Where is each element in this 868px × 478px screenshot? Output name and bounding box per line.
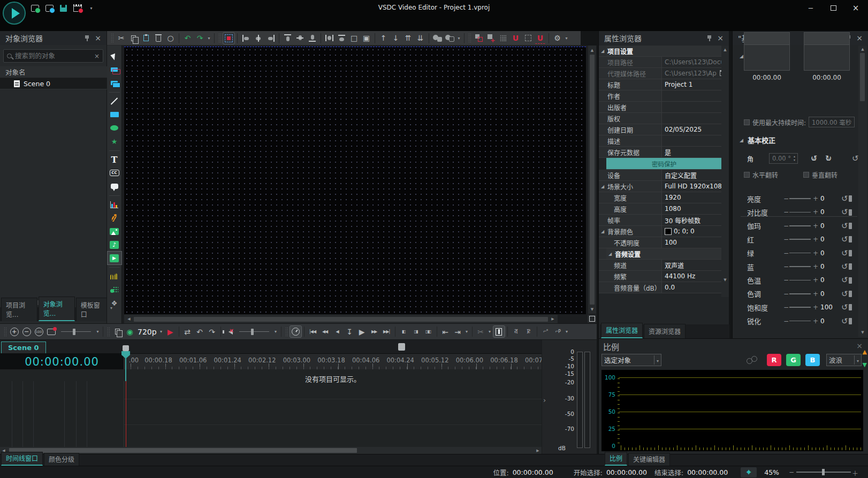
toolbar-handle[interactable] bbox=[4, 327, 6, 337]
preview-zoom-in-icon[interactable]: + bbox=[9, 326, 20, 337]
slider-increase-icon[interactable]: + bbox=[813, 304, 818, 311]
slider-track[interactable] bbox=[789, 321, 811, 322]
flip-vertical-checkbox[interactable] bbox=[803, 172, 809, 178]
search-input[interactable] bbox=[15, 52, 91, 60]
insert-before-icon[interactable]: Ƨ[ bbox=[511, 326, 522, 337]
fit-timeline-button[interactable] bbox=[741, 467, 757, 477]
property-value[interactable] bbox=[662, 90, 722, 101]
paste-icon[interactable] bbox=[140, 33, 151, 44]
detach-preview-icon[interactable] bbox=[112, 326, 123, 337]
send-to-back-icon[interactable]: ⇊ bbox=[415, 33, 426, 44]
align-center-icon[interactable] bbox=[253, 33, 264, 44]
scroll-down-icon[interactable]: ▼ bbox=[721, 277, 729, 283]
align-right-icon[interactable] bbox=[265, 33, 276, 44]
row-expander[interactable]: ◢ bbox=[599, 45, 606, 56]
deselect-icon[interactable]: ○ bbox=[165, 33, 176, 44]
property-row-音频设置[interactable]: ◢音频设置 bbox=[599, 248, 722, 260]
property-value[interactable]: 1920 bbox=[662, 192, 722, 203]
reset-icon[interactable] bbox=[841, 207, 852, 217]
clear-search-icon[interactable]: × bbox=[94, 52, 100, 60]
toolbar-handle[interactable] bbox=[218, 33, 221, 43]
rectangle-tool[interactable] bbox=[108, 108, 121, 121]
timeline-horizontal-scrollbar[interactable]: ◀ ▶ bbox=[0, 447, 542, 454]
property-row-频道[interactable]: 频道双声道 bbox=[599, 260, 722, 271]
slider-decrease-icon[interactable]: − bbox=[783, 236, 789, 243]
slider-decrease-icon[interactable]: − bbox=[783, 304, 789, 311]
slider-increase-icon[interactable]: + bbox=[813, 236, 818, 243]
close-panel-icon[interactable] bbox=[856, 342, 863, 350]
scroll-right-icon[interactable]: ▶ bbox=[534, 447, 542, 454]
timeline-zoom-slider[interactable]: − ＋ bbox=[789, 468, 858, 476]
slider-track[interactable] bbox=[789, 307, 811, 308]
reset-icon[interactable] bbox=[841, 221, 852, 231]
property-value[interactable]: 02/05/2025 bbox=[662, 124, 722, 135]
volume-slider[interactable] bbox=[239, 328, 269, 336]
property-row-设备[interactable]: 设备自定义配置 bbox=[599, 170, 722, 181]
tab-比例[interactable]: 比例 bbox=[605, 452, 627, 466]
cut-out-icon[interactable]: ✂ bbox=[475, 326, 486, 337]
channel-circles-icon[interactable] bbox=[747, 356, 760, 365]
cut-out-caret-icon[interactable]: ▾ bbox=[488, 326, 492, 337]
scene-tab[interactable]: Scene 0 bbox=[1, 342, 46, 353]
property-row-音频音量（dB）[interactable]: 音频音量（dB）0.0 bbox=[599, 282, 722, 293]
slider-increase-icon[interactable]: + bbox=[813, 317, 818, 325]
bring-to-front-icon[interactable]: ⇈ bbox=[402, 33, 414, 44]
toolbar-settings-icon[interactable]: ⚙ bbox=[552, 33, 563, 44]
property-row-创建日期[interactable]: 创建日期02/05/2025 bbox=[599, 124, 722, 135]
property-value[interactable] bbox=[662, 135, 722, 146]
close-panel-icon[interactable] bbox=[856, 34, 863, 42]
preview-zoom-out-icon[interactable]: − bbox=[21, 326, 32, 337]
marker-caret-icon[interactable]: ▾ bbox=[565, 326, 569, 337]
preview-zoom-100-icon[interactable]: 100 bbox=[33, 326, 44, 337]
properties-scrollbar[interactable]: ▲ ▼ bbox=[721, 45, 729, 297]
tab-关键编辑器[interactable]: 关键编辑器 bbox=[628, 453, 670, 466]
maximize-button[interactable] bbox=[825, 2, 841, 14]
add-sprite-tool[interactable] bbox=[108, 77, 121, 89]
group-icon[interactable] bbox=[432, 33, 443, 44]
preview-zoom-slider[interactable] bbox=[61, 328, 91, 336]
redo-icon[interactable]: ↷ bbox=[194, 33, 205, 44]
scroll-down-icon[interactable]: ▼ bbox=[859, 329, 866, 336]
split-remove-right-icon[interactable]: ▯▮▯ bbox=[423, 326, 434, 337]
zoom-out-icon[interactable]: − bbox=[789, 468, 794, 476]
fit-scene-icon[interactable] bbox=[588, 315, 596, 323]
tab-项目浏览...[interactable]: 项目浏览... bbox=[1, 298, 37, 321]
slider-increase-icon[interactable]: + bbox=[813, 290, 818, 298]
go-to-end-icon[interactable]: ▶▶| bbox=[381, 326, 392, 337]
text-tool[interactable]: T bbox=[108, 153, 121, 166]
group-options-icon[interactable]: ▾ bbox=[456, 33, 461, 44]
property-row-帧率[interactable]: 帧率30 每秒帧数 bbox=[599, 215, 722, 226]
object-name-column-header[interactable]: 对象名 bbox=[0, 66, 107, 78]
row-expander[interactable]: ◢ bbox=[599, 181, 606, 192]
cursor-tool[interactable] bbox=[108, 50, 121, 63]
property-row-版权[interactable]: 版权 bbox=[599, 113, 722, 124]
line-tool[interactable] bbox=[108, 95, 121, 108]
fit-to-scene-icon[interactable]: □ bbox=[348, 33, 360, 44]
chart-tool[interactable] bbox=[108, 198, 121, 211]
image-tool[interactable] bbox=[108, 225, 121, 238]
property-value[interactable]: Project 1 bbox=[662, 79, 722, 90]
marker-end-icon[interactable]: ⌐P bbox=[552, 326, 564, 337]
preview-play-icon[interactable]: ▶ bbox=[165, 326, 176, 337]
object-row-Scene 0[interactable]: Scene 0 bbox=[0, 78, 107, 89]
pin-icon[interactable] bbox=[707, 35, 712, 42]
copy-properties-icon[interactable] bbox=[473, 33, 484, 44]
property-value[interactable]: 双声道 bbox=[662, 260, 722, 270]
show-grid-icon[interactable] bbox=[498, 33, 509, 44]
zoom-in-icon[interactable]: ＋ bbox=[852, 468, 858, 477]
property-row-出版者[interactable]: 出版者 bbox=[599, 102, 722, 113]
slider-decrease-icon[interactable]: − bbox=[783, 290, 789, 298]
row-expander[interactable] bbox=[599, 248, 606, 259]
close-panel-icon[interactable] bbox=[95, 34, 101, 42]
scroll-up-icon[interactable]: ▲ bbox=[721, 47, 729, 53]
property-row-项目设置[interactable]: ◢项目设置 bbox=[599, 45, 722, 57]
copy-icon[interactable] bbox=[128, 33, 139, 44]
center-vertical-icon[interactable] bbox=[336, 33, 347, 44]
reset-icon[interactable] bbox=[841, 316, 852, 326]
tool-strip-more-icon[interactable] bbox=[110, 306, 112, 310]
loop-icon[interactable]: ↷ bbox=[207, 326, 218, 337]
slider-increase-icon[interactable]: + bbox=[813, 222, 818, 230]
slider-increase-icon[interactable]: + bbox=[813, 276, 818, 284]
toolbar-handle[interactable] bbox=[111, 33, 113, 43]
tab-时间线窗口[interactable]: 时间线窗口 bbox=[1, 452, 43, 466]
